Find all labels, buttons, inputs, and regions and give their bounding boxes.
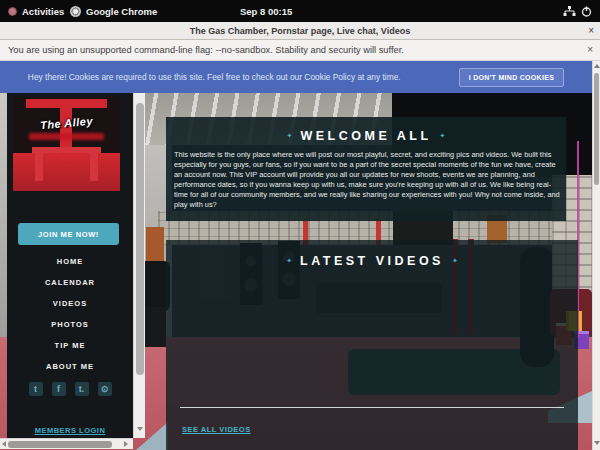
scroll-up-arrow-icon[interactable] <box>594 64 600 68</box>
network-icon[interactable] <box>563 6 576 17</box>
latest-videos-title: LATEST VIDEOS <box>300 254 444 268</box>
clock-label: Sep 8 00:15 <box>240 6 292 17</box>
sidebar-item-about-me[interactable]: ABOUT ME <box>7 356 133 377</box>
welcome-section: ✦ WELCOME ALL ✦ This website is the only… <box>166 117 566 221</box>
sidebar-nav: HOME CALENDAR VIDEOS PHOTOS TIP ME ABOUT… <box>7 251 133 377</box>
members-login-link[interactable]: MEMBERS LOGIN <box>7 426 133 435</box>
diamond-icon: ✦ <box>287 132 293 140</box>
join-me-now-button[interactable]: JOIN ME NOW! <box>18 223 119 245</box>
scrollbar-thumb[interactable] <box>136 103 144 375</box>
scroll-right-arrow-icon[interactable] <box>124 441 128 447</box>
sidebar: The Alley JOIN ME NOW! HOME CALENDAR VID… <box>7 93 133 438</box>
system-top-bar: Activities Google Chrome Sep 8 00:15 <box>0 0 600 22</box>
screen: Activities Google Chrome Sep 8 00:15 The… <box>0 0 600 450</box>
see-all-videos-link[interactable]: SEE ALL VIDEOS <box>182 425 251 434</box>
cookie-message: Hey there! Cookies are required to use t… <box>28 72 401 82</box>
sidebar-item-calendar[interactable]: CALENDAR <box>7 272 133 293</box>
window-title: The Gas Chamber, Pornstar page, Live cha… <box>0 22 600 40</box>
sidebar-item-videos[interactable]: VIDEOS <box>7 293 133 314</box>
logo-frame-shape <box>90 149 98 181</box>
page-viewport: Hey there! Cookies are required to use t… <box>0 61 600 450</box>
scroll-down-arrow-icon[interactable] <box>137 427 143 431</box>
instagram-icon[interactable]: ⊙ <box>98 382 112 396</box>
power-icon[interactable] <box>581 6 592 17</box>
infobar-message: You are using an unsupported command-lin… <box>8 40 404 61</box>
tumblr-icon[interactable]: t. <box>75 382 89 396</box>
logo-subtext-shape <box>29 133 104 140</box>
diamond-icon: ✦ <box>286 257 292 265</box>
latest-videos-heading: ✦ LATEST VIDEOS ✦ <box>166 254 578 268</box>
sidebar-item-photos[interactable]: PHOTOS <box>7 314 133 335</box>
social-links: t f t. ⊙ <box>7 382 133 397</box>
latest-videos-section: ✦ LATEST VIDEOS ✦ SEE ALL VIDEOS <box>166 240 578 450</box>
cookie-banner: Hey there! Cookies are required to use t… <box>0 61 592 93</box>
window-close-icon[interactable]: × <box>588 22 594 40</box>
welcome-body-text: This website is the only place where we … <box>174 150 560 210</box>
chrome-infobar: You are using an unsupported command-lin… <box>0 40 600 61</box>
sidebar-horizontal-scrollbar[interactable] <box>0 438 133 449</box>
diamond-icon: ✦ <box>452 257 458 265</box>
diamond-icon: ✦ <box>440 132 446 140</box>
logo-frame-shape <box>35 149 43 181</box>
welcome-title: WELCOME ALL <box>300 129 431 143</box>
cookie-accept-button[interactable]: I DON'T MIND COOKIES <box>459 68 564 87</box>
activities-indicator-icon <box>8 7 17 16</box>
welcome-heading: ✦ WELCOME ALL ✦ <box>166 129 566 143</box>
sidebar-vertical-scrollbar[interactable] <box>133 93 145 438</box>
twitter-icon[interactable]: t <box>29 382 43 396</box>
sidebar-item-tip-me[interactable]: TIP ME <box>7 335 133 356</box>
scroll-down-arrow-icon[interactable] <box>594 441 600 445</box>
app-menu-button[interactable]: Google Chrome <box>70 0 157 22</box>
sidebar-item-home[interactable]: HOME <box>7 251 133 272</box>
section-divider <box>180 407 564 408</box>
activities-label: Activities <box>22 6 64 17</box>
app-menu-label: Google Chrome <box>86 6 157 17</box>
scrollbar-thumb[interactable] <box>8 441 112 448</box>
photo-shape <box>142 307 166 347</box>
window-title-bar: The Gas Chamber, Pornstar page, Live cha… <box>0 22 600 40</box>
page-vertical-scrollbar[interactable] <box>592 61 600 450</box>
facebook-icon[interactable]: f <box>52 382 66 396</box>
site-logo[interactable]: The Alley <box>13 97 120 191</box>
clock-button[interactable]: Sep 8 00:15 <box>240 0 292 22</box>
system-tray <box>563 0 592 22</box>
infobar-close-icon[interactable]: × <box>587 40 593 61</box>
activities-button[interactable]: Activities <box>8 0 64 22</box>
chrome-app-icon <box>70 6 81 17</box>
scroll-left-arrow-icon[interactable] <box>2 441 6 447</box>
scrollbar-thumb[interactable] <box>594 73 599 185</box>
